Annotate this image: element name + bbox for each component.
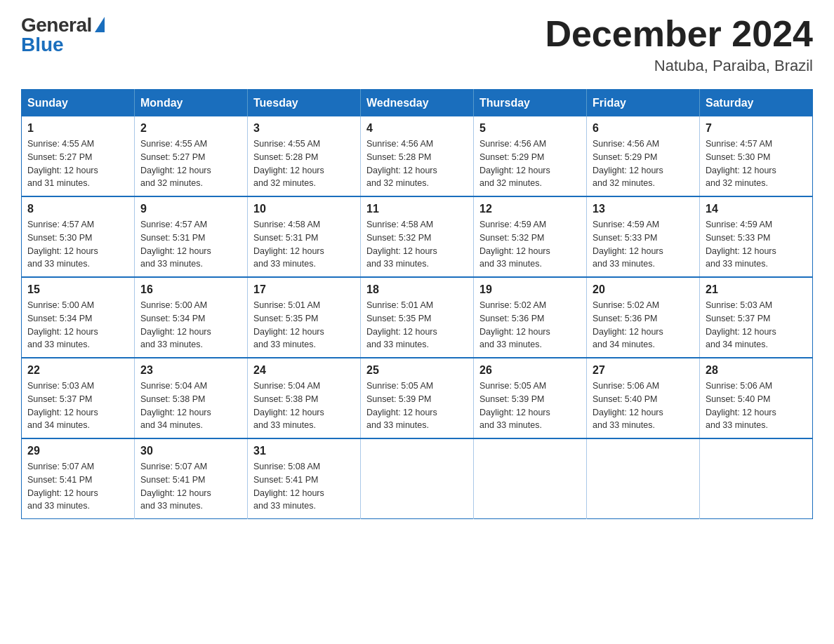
day-info: Sunrise: 4:57 AM Sunset: 5:30 PM Dayligh… [706,137,807,190]
day-cell: 31 Sunrise: 5:08 AM Sunset: 5:41 PM Dayl… [248,438,361,519]
day-info: Sunrise: 5:08 AM Sunset: 5:41 PM Dayligh… [253,460,355,513]
day-info: Sunrise: 4:55 AM Sunset: 5:28 PM Dayligh… [253,137,355,190]
day-info: Sunrise: 4:59 AM Sunset: 5:33 PM Dayligh… [593,218,694,271]
day-cell: 9 Sunrise: 4:57 AM Sunset: 5:31 PM Dayli… [135,196,248,277]
day-cell: 16 Sunrise: 5:00 AM Sunset: 5:34 PM Dayl… [135,277,248,358]
day-cell: 27 Sunrise: 5:06 AM Sunset: 5:40 PM Dayl… [587,358,700,438]
day-cell: 24 Sunrise: 5:04 AM Sunset: 5:38 PM Dayl… [248,358,361,438]
day-number: 17 [253,283,355,296]
day-cell [700,438,813,519]
day-cell [474,438,587,519]
day-number: 28 [706,364,807,377]
day-number: 3 [253,122,355,135]
day-cell: 5 Sunrise: 4:56 AM Sunset: 5:29 PM Dayli… [474,116,587,196]
day-number: 9 [140,203,241,215]
day-cell: 11 Sunrise: 4:58 AM Sunset: 5:32 PM Dayl… [361,196,474,277]
day-info: Sunrise: 4:57 AM Sunset: 5:31 PM Dayligh… [140,218,241,271]
day-cell: 22 Sunrise: 5:03 AM Sunset: 5:37 PM Dayl… [22,358,135,438]
day-info: Sunrise: 5:06 AM Sunset: 5:40 PM Dayligh… [706,380,807,432]
day-number: 18 [366,283,468,296]
day-number: 12 [479,203,581,215]
header-cell-tuesday: Tuesday [248,90,361,117]
day-cell: 21 Sunrise: 5:03 AM Sunset: 5:37 PM Dayl… [700,277,813,358]
day-cell: 14 Sunrise: 4:59 AM Sunset: 5:33 PM Dayl… [700,196,813,277]
day-info: Sunrise: 5:02 AM Sunset: 5:36 PM Dayligh… [479,299,581,351]
day-number: 7 [706,122,807,135]
day-info: Sunrise: 4:56 AM Sunset: 5:28 PM Dayligh… [366,137,468,190]
day-info: Sunrise: 5:04 AM Sunset: 5:38 PM Dayligh… [253,380,355,432]
week-row-4: 22 Sunrise: 5:03 AM Sunset: 5:37 PM Dayl… [22,358,813,438]
day-cell: 25 Sunrise: 5:05 AM Sunset: 5:39 PM Dayl… [361,358,474,438]
day-info: Sunrise: 5:00 AM Sunset: 5:34 PM Dayligh… [27,299,128,351]
day-cell: 7 Sunrise: 4:57 AM Sunset: 5:30 PM Dayli… [700,116,813,196]
week-row-2: 8 Sunrise: 4:57 AM Sunset: 5:30 PM Dayli… [22,196,813,277]
day-number: 22 [27,364,128,377]
day-info: Sunrise: 5:01 AM Sunset: 5:35 PM Dayligh… [253,299,355,351]
subtitle: Natuba, Paraiba, Brazil [545,57,813,75]
day-cell: 3 Sunrise: 4:55 AM Sunset: 5:28 PM Dayli… [248,116,361,196]
day-number: 6 [593,122,694,135]
day-cell: 15 Sunrise: 5:00 AM Sunset: 5:34 PM Dayl… [22,277,135,358]
day-number: 19 [479,283,581,296]
day-cell: 23 Sunrise: 5:04 AM Sunset: 5:38 PM Dayl… [135,358,248,438]
day-info: Sunrise: 5:07 AM Sunset: 5:41 PM Dayligh… [27,460,128,513]
day-cell: 30 Sunrise: 5:07 AM Sunset: 5:41 PM Dayl… [135,438,248,519]
week-row-1: 1 Sunrise: 4:55 AM Sunset: 5:27 PM Dayli… [22,116,813,196]
header-cell-sunday: Sunday [22,90,135,117]
week-row-3: 15 Sunrise: 5:00 AM Sunset: 5:34 PM Dayl… [22,277,813,358]
header-cell-saturday: Saturday [700,90,813,117]
day-cell: 10 Sunrise: 4:58 AM Sunset: 5:31 PM Dayl… [248,196,361,277]
day-number: 30 [140,445,241,457]
header-cell-thursday: Thursday [474,90,587,117]
day-number: 25 [366,364,468,377]
day-info: Sunrise: 4:57 AM Sunset: 5:30 PM Dayligh… [27,218,128,271]
day-info: Sunrise: 4:58 AM Sunset: 5:32 PM Dayligh… [366,218,468,271]
day-cell: 18 Sunrise: 5:01 AM Sunset: 5:35 PM Dayl… [361,277,474,358]
day-number: 2 [140,122,241,135]
day-cell [361,438,474,519]
day-info: Sunrise: 4:55 AM Sunset: 5:27 PM Dayligh… [27,137,128,190]
day-cell: 28 Sunrise: 5:06 AM Sunset: 5:40 PM Dayl… [700,358,813,438]
day-number: 31 [253,445,355,457]
day-cell: 29 Sunrise: 5:07 AM Sunset: 5:41 PM Dayl… [22,438,135,519]
day-number: 11 [366,203,468,215]
logo: General Blue [21,14,105,56]
day-number: 4 [366,122,468,135]
day-cell [587,438,700,519]
day-info: Sunrise: 5:00 AM Sunset: 5:34 PM Dayligh… [140,299,241,351]
day-info: Sunrise: 5:03 AM Sunset: 5:37 PM Dayligh… [27,380,128,432]
day-number: 14 [706,203,807,215]
day-cell: 8 Sunrise: 4:57 AM Sunset: 5:30 PM Dayli… [22,196,135,277]
day-info: Sunrise: 5:01 AM Sunset: 5:35 PM Dayligh… [366,299,468,351]
day-number: 24 [253,364,355,377]
day-cell: 13 Sunrise: 4:59 AM Sunset: 5:33 PM Dayl… [587,196,700,277]
day-cell: 26 Sunrise: 5:05 AM Sunset: 5:39 PM Dayl… [474,358,587,438]
day-info: Sunrise: 4:59 AM Sunset: 5:33 PM Dayligh… [706,218,807,271]
day-number: 1 [27,122,128,135]
day-info: Sunrise: 5:06 AM Sunset: 5:40 PM Dayligh… [593,380,694,432]
day-info: Sunrise: 5:02 AM Sunset: 5:36 PM Dayligh… [593,299,694,351]
day-info: Sunrise: 5:05 AM Sunset: 5:39 PM Dayligh… [479,380,581,432]
day-info: Sunrise: 4:58 AM Sunset: 5:31 PM Dayligh… [253,218,355,271]
day-cell: 17 Sunrise: 5:01 AM Sunset: 5:35 PM Dayl… [248,277,361,358]
day-number: 5 [479,122,581,135]
day-number: 13 [593,203,694,215]
day-number: 27 [593,364,694,377]
day-info: Sunrise: 5:07 AM Sunset: 5:41 PM Dayligh… [140,460,241,513]
day-number: 23 [140,364,241,377]
title-section: December 2024 Natuba, Paraiba, Brazil [545,14,813,75]
day-number: 16 [140,283,241,296]
calendar-header: SundayMondayTuesdayWednesdayThursdayFrid… [22,90,813,117]
day-info: Sunrise: 5:05 AM Sunset: 5:39 PM Dayligh… [366,380,468,432]
header-row: SundayMondayTuesdayWednesdayThursdayFrid… [22,90,813,117]
day-cell: 20 Sunrise: 5:02 AM Sunset: 5:36 PM Dayl… [587,277,700,358]
day-cell: 2 Sunrise: 4:55 AM Sunset: 5:27 PM Dayli… [135,116,248,196]
day-cell: 6 Sunrise: 4:56 AM Sunset: 5:29 PM Dayli… [587,116,700,196]
header-cell-friday: Friday [587,90,700,117]
header-cell-wednesday: Wednesday [361,90,474,117]
week-row-5: 29 Sunrise: 5:07 AM Sunset: 5:41 PM Dayl… [22,438,813,519]
day-number: 21 [706,283,807,296]
page-header: General Blue December 2024 Natuba, Parai… [21,14,813,75]
header-cell-monday: Monday [135,90,248,117]
calendar-body: 1 Sunrise: 4:55 AM Sunset: 5:27 PM Dayli… [22,116,813,519]
